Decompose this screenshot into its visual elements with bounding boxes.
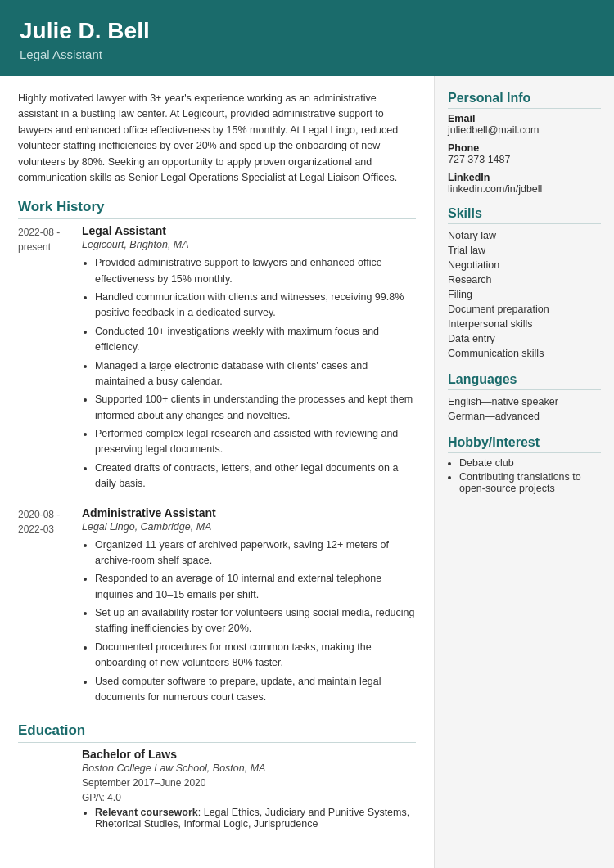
skill-item: Interpersonal skills [448, 317, 601, 331]
job-title-1: Legal Assistant [82, 224, 416, 237]
skill-item: Document preparation [448, 302, 601, 317]
list-item: Created drafts of contracts, letters, an… [95, 461, 416, 492]
job-bullets-1: Provided administrative support to lawye… [82, 255, 416, 492]
hobbies-section: Hobby/Interest Debate club Contributing … [448, 435, 601, 494]
languages-section: Languages English—native speaker German—… [448, 372, 601, 424]
edu-entry-1: Bachelor of Laws Boston College Law Scho… [18, 748, 416, 830]
skills-heading: Skills [448, 206, 601, 224]
job-title-2: Administrative Assistant [82, 506, 416, 519]
list-item: Performed complex legal research and ass… [95, 426, 416, 458]
list-item: Documented procedures for most common ta… [95, 640, 416, 672]
sidebar-column: Personal Info Email juliedbell@mail.com … [434, 76, 614, 868]
list-item: Supported 100+ clients in understanding … [95, 392, 416, 424]
list-item: Organized 11 years of archived paperwork… [95, 537, 416, 569]
job-dates-1: 2022-08 - present [18, 224, 82, 494]
body-layout: Highly motivated lawyer with 3+ year's e… [0, 76, 614, 868]
edu-degree: Bachelor of Laws [82, 748, 416, 761]
education-section: Education Bachelor of Laws Boston Colleg… [18, 722, 416, 830]
education-heading: Education [18, 722, 416, 743]
resume-header: Julie D. Bell Legal Assistant [0, 0, 614, 76]
list-item: Contributing translations to open-source… [459, 471, 601, 494]
edu-gpa: GPA: 4.0 [82, 792, 416, 803]
job-entry-1: 2022-08 - present Legal Assistant Legico… [18, 224, 416, 494]
edu-dates-text: September 2017–June 2020 [82, 777, 416, 789]
list-item: Provided administrative support to lawye… [95, 255, 416, 287]
job-details-1: Legal Assistant Legicourt, Brighton, MA … [82, 224, 416, 494]
phone-field: Phone 727 373 1487 [448, 142, 601, 165]
linkedin-field: LinkedIn linkedin.com/in/jdbell [448, 172, 601, 195]
work-history-section: Work History 2022-08 - present Legal Ass… [18, 199, 416, 708]
candidate-title: Legal Assistant [20, 47, 594, 61]
list-item: Conducted 10+ investigations weekly with… [95, 324, 416, 356]
phone-label: Phone [448, 142, 601, 154]
list-item: Used computer software to prepare, updat… [95, 674, 416, 706]
skill-item: Filing [448, 287, 601, 302]
list-item: Debate club [459, 457, 601, 469]
candidate-name: Julie D. Bell [20, 18, 594, 44]
email-field: Email juliedbell@mail.com [448, 113, 601, 136]
email-value: juliedbell@mail.com [448, 124, 601, 136]
hobbies-heading: Hobby/Interest [448, 435, 601, 453]
job-company-1: Legicourt, Brighton, MA [82, 239, 416, 250]
skill-item: Negotiation [448, 258, 601, 272]
summary-text: Highly motivated lawyer with 3+ year's e… [18, 91, 416, 186]
phone-value: 727 373 1487 [448, 154, 601, 165]
skill-item: Trial law [448, 243, 601, 258]
edu-details-1: Bachelor of Laws Boston College Law Scho… [82, 748, 416, 830]
hobbies-list: Debate club Contributing translations to… [448, 457, 601, 494]
personal-info-section: Personal Info Email juliedbell@mail.com … [448, 91, 601, 195]
main-column: Highly motivated lawyer with 3+ year's e… [0, 76, 434, 868]
lang-item: German—advanced [448, 409, 601, 424]
languages-heading: Languages [448, 372, 601, 390]
personal-info-heading: Personal Info [448, 91, 601, 109]
resume-wrapper: Julie D. Bell Legal Assistant Highly mot… [0, 0, 614, 868]
job-company-2: Legal Lingo, Cambridge, MA [82, 521, 416, 533]
list-item: Managed a large electronic database with… [95, 358, 416, 390]
list-item: Relevant coursework: Legal Ethics, Judic… [95, 807, 416, 830]
work-history-heading: Work History [18, 199, 416, 219]
linkedin-label: LinkedIn [448, 172, 601, 183]
email-label: Email [448, 113, 601, 124]
lang-item: English—native speaker [448, 394, 601, 409]
job-dates-2: 2020-08 - 2022-03 [18, 506, 82, 708]
skill-item: Data entry [448, 331, 601, 346]
skill-item: Communication skills [448, 346, 601, 361]
edu-dates-1 [18, 748, 82, 830]
job-entry-2: 2020-08 - 2022-03 Administrative Assista… [18, 506, 416, 708]
skill-item: Research [448, 272, 601, 287]
job-bullets-2: Organized 11 years of archived paperwork… [82, 537, 416, 706]
skill-item: Notary law [448, 228, 601, 243]
skills-section: Skills Notary law Trial law Negotiation … [448, 206, 601, 361]
job-details-2: Administrative Assistant Legal Lingo, Ca… [82, 506, 416, 708]
edu-school: Boston College Law School, Boston, MA [82, 762, 416, 774]
list-item: Responded to an average of 10 internal a… [95, 571, 416, 603]
edu-coursework-list: Relevant coursework: Legal Ethics, Judic… [82, 807, 416, 830]
list-item: Handled communication with clients and w… [95, 290, 416, 322]
list-item: Set up an availability roster for volunt… [95, 605, 416, 637]
linkedin-value: linkedin.com/in/jdbell [448, 183, 601, 195]
